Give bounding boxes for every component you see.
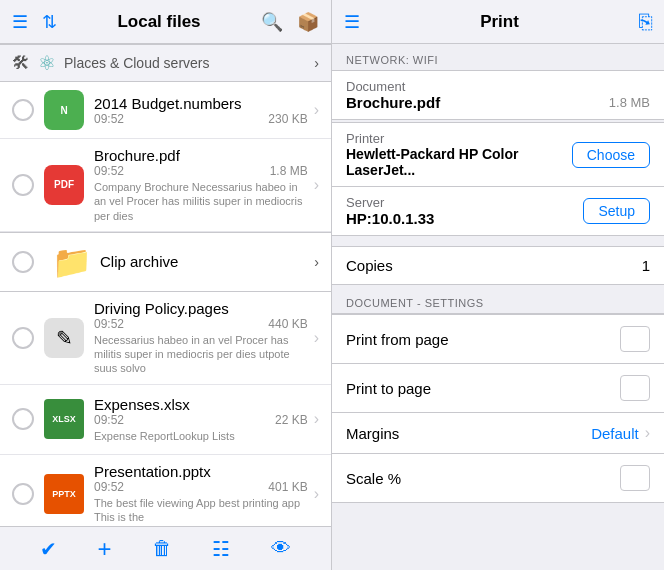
check-button[interactable]: ✔	[40, 537, 57, 561]
network-section: NETWORK: WIFI	[332, 44, 664, 70]
file-desc: Expense ReportLookup Lists	[94, 429, 308, 443]
document-label: Document	[346, 79, 650, 94]
print-from-input[interactable]	[620, 326, 650, 352]
file-icon-pptx: PPTX	[44, 474, 84, 514]
file-name: Brochure.pdf	[94, 147, 308, 164]
choose-button[interactable]: Choose	[572, 142, 650, 168]
radio-select[interactable]	[12, 483, 34, 505]
file-meta: 09:52 440 KB	[94, 317, 308, 331]
print-to-input[interactable]	[620, 375, 650, 401]
copies-value: 1	[642, 257, 650, 274]
printer-icon[interactable]: ⎘	[639, 9, 652, 35]
margins-chevron: ›	[645, 424, 650, 442]
print-to-label: Print to page	[346, 380, 431, 397]
preview-button[interactable]: 👁	[271, 537, 291, 560]
folder-chevron: ›	[314, 254, 319, 270]
server-value: HP:10.0.1.33	[346, 210, 434, 227]
left-panel: ☰ ⇅ Local files 🔍 📦 🛠 ⚛ Places & Cloud s…	[0, 0, 332, 570]
copies-label: Copies	[346, 257, 393, 274]
add-button[interactable]: +	[98, 535, 112, 563]
scale-label: Scale %	[346, 470, 401, 487]
file-chevron: ›	[314, 101, 319, 119]
file-meta: 09:52 230 KB	[94, 112, 308, 126]
settings-group: Print from page Print to page Margins De…	[332, 313, 664, 503]
print-from-label: Print from page	[346, 331, 449, 348]
file-icon-numbers: N	[44, 90, 84, 130]
radio-select[interactable]	[12, 174, 34, 196]
file-icon-pdf: PDF	[44, 165, 84, 205]
file-chevron: ›	[314, 410, 319, 428]
right-panel: ☰ Print ⎘ NETWORK: WIFI Document Brochur…	[332, 0, 664, 570]
places-section-header[interactable]: 🛠 ⚛ Places & Cloud servers ›	[0, 44, 331, 82]
file-info: Driving Policy.pages 09:52 440 KB Necess…	[94, 300, 308, 376]
menu-icon[interactable]: ☰	[12, 11, 28, 33]
folder-name: Clip archive	[100, 253, 178, 270]
printer-section: Printer Hewlett-Packard HP Color LaserJe…	[332, 122, 664, 186]
move-button[interactable]: ☷	[212, 537, 230, 561]
print-content: NETWORK: WIFI Document Brochure.pdf 1.8 …	[332, 44, 664, 570]
file-info: Presentation.pptx 09:52 401 KB The best …	[94, 463, 308, 525]
places-chevron: ›	[314, 55, 319, 71]
list-item[interactable]: PPTX Presentation.pptx 09:52 401 KB The …	[0, 455, 331, 526]
document-row: Document Brochure.pdf 1.8 MB	[332, 70, 664, 120]
margins-label: Margins	[346, 425, 399, 442]
file-meta: 09:52 22 KB	[94, 413, 308, 427]
printer-name: Hewlett-Packard HP Color LaserJet...	[346, 146, 572, 178]
page-title: Local files	[117, 12, 200, 32]
list-item[interactable]: ✎ Driving Policy.pages 09:52 440 KB Nece…	[0, 292, 331, 385]
radio-select[interactable]	[12, 327, 34, 349]
sort-icon[interactable]: ⇅	[42, 11, 57, 33]
scale-input[interactable]	[620, 465, 650, 491]
search-icon[interactable]: 🔍	[261, 11, 283, 33]
left-toolbar: ✔ + 🗑 ☷ 👁	[0, 526, 331, 570]
file-icon-xlsx: XLSX	[44, 399, 84, 439]
printer-row: Printer Hewlett-Packard HP Color LaserJe…	[332, 122, 664, 186]
left-header-icons: ☰ ⇅	[12, 11, 57, 33]
print-to-row: Print to page	[332, 363, 664, 412]
left-header: ☰ ⇅ Local files 🔍 📦	[0, 0, 331, 44]
file-desc: Company Brochure Necessarius habeo in an…	[94, 180, 308, 223]
margins-row[interactable]: Margins Default ›	[332, 412, 664, 453]
file-name: 2014 Budget.numbers	[94, 95, 308, 112]
file-desc: Necessarius habeo in an vel Procer has m…	[94, 333, 308, 376]
doc-settings-header: DOCUMENT - SETTINGS	[332, 287, 664, 313]
margins-value: Default	[591, 425, 639, 442]
file-name: Driving Policy.pages	[94, 300, 308, 317]
upload-icon[interactable]: 📦	[297, 11, 319, 33]
list-item[interactable]: XLSX Expenses.xlsx 09:52 22 KB Expense R…	[0, 385, 331, 455]
trash-button[interactable]: 🗑	[152, 537, 172, 560]
file-meta: 09:52 401 KB	[94, 480, 308, 494]
right-header: ☰ Print ⎘	[332, 0, 664, 44]
file-name: Expenses.xlsx	[94, 396, 308, 413]
file-meta: 09:52 1.8 MB	[94, 164, 308, 178]
file-chevron: ›	[314, 176, 319, 194]
print-from-row: Print from page	[332, 314, 664, 363]
file-chevron: ›	[314, 329, 319, 347]
file-chevron: ›	[314, 485, 319, 503]
file-info: Expenses.xlsx 09:52 22 KB Expense Report…	[94, 396, 308, 443]
file-icon-pages: ✎	[44, 318, 84, 358]
radio-select[interactable]	[12, 251, 34, 273]
doc-settings-label: DOCUMENT - SETTINGS	[346, 297, 484, 309]
printer-label: Printer	[346, 131, 572, 146]
server-row: Server HP:10.0.1.33 Setup	[332, 186, 664, 236]
right-header-icons: 🔍 📦	[261, 11, 319, 33]
server-label: Server	[346, 195, 434, 210]
doc-size: 1.8 MB	[609, 95, 650, 110]
folder-icon: 📁	[52, 243, 92, 281]
scale-row: Scale %	[332, 453, 664, 503]
menu-icon-right[interactable]: ☰	[344, 11, 360, 33]
radio-select[interactable]	[12, 99, 34, 121]
doc-name: Brochure.pdf	[346, 94, 440, 111]
list-item[interactable]: 📁 Clip archive ›	[0, 232, 331, 292]
radio-select[interactable]	[12, 408, 34, 430]
list-item[interactable]: PDF Brochure.pdf 09:52 1.8 MB Company Br…	[0, 139, 331, 232]
file-name: Presentation.pptx	[94, 463, 308, 480]
file-info: 2014 Budget.numbers 09:52 230 KB	[94, 95, 308, 126]
network-label: NETWORK: WIFI	[346, 54, 438, 66]
copies-row: Copies 1	[332, 246, 664, 285]
list-item[interactable]: N 2014 Budget.numbers 09:52 230 KB ›	[0, 82, 331, 139]
print-title: Print	[360, 12, 639, 32]
setup-button[interactable]: Setup	[583, 198, 650, 224]
file-info: Brochure.pdf 09:52 1.8 MB Company Brochu…	[94, 147, 308, 223]
